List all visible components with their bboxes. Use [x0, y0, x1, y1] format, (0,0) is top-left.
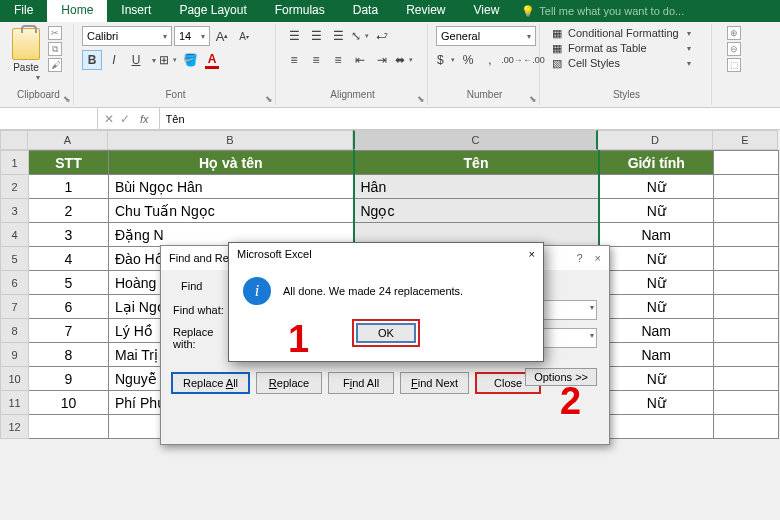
cell[interactable] [599, 415, 714, 439]
cell[interactable]: 7 [29, 319, 109, 343]
tab-file[interactable]: File [0, 0, 47, 22]
find-all-button[interactable]: Find All [328, 372, 394, 394]
increase-indent-button[interactable]: ⇥ [372, 50, 392, 70]
tab-data[interactable]: Data [339, 0, 392, 22]
cell[interactable]: 3 [29, 223, 109, 247]
ok-button[interactable]: OK [356, 323, 416, 343]
find-next-button[interactable]: Find Next [400, 372, 469, 394]
column-header-d[interactable]: D [598, 130, 713, 150]
underline-button[interactable]: U [126, 50, 146, 70]
cell[interactable] [714, 391, 779, 415]
align-middle-button[interactable]: ☰ [306, 26, 326, 46]
cell[interactable] [714, 415, 779, 439]
cell[interactable]: Nữ [599, 367, 714, 391]
name-box[interactable] [0, 108, 98, 129]
cell[interactable]: 10 [29, 391, 109, 415]
cell[interactable] [714, 175, 779, 199]
wrap-text-button[interactable]: ⮐ [372, 26, 392, 46]
tab-review[interactable]: Review [392, 0, 459, 22]
column-header-c[interactable]: C [353, 130, 598, 150]
dialog-launcher-icon[interactable]: ⬊ [63, 94, 71, 104]
column-header-e[interactable]: E [713, 130, 778, 150]
delete-cells-button[interactable]: ⊖ [727, 42, 741, 56]
font-color-button[interactable]: A [202, 50, 222, 70]
cell[interactable]: Nữ [599, 295, 714, 319]
row-header[interactable]: 4 [1, 223, 29, 247]
number-format-select[interactable]: General▾ [436, 26, 536, 46]
font-name-select[interactable]: Calibri▾ [82, 26, 172, 46]
cell[interactable]: Tên [354, 151, 599, 175]
decrease-indent-button[interactable]: ⇤ [350, 50, 370, 70]
cell[interactable] [714, 367, 779, 391]
dialog-launcher-icon[interactable]: ⬊ [417, 94, 425, 104]
align-right-button[interactable]: ≡ [328, 50, 348, 70]
row-header[interactable]: 5 [1, 247, 29, 271]
cell[interactable]: Nữ [599, 175, 714, 199]
copy-button[interactable]: ⧉ [48, 42, 62, 56]
format-as-table-button[interactable]: ▦Format as Table▾ [548, 41, 693, 55]
tab-insert[interactable]: Insert [107, 0, 165, 22]
italic-button[interactable]: I [104, 50, 124, 70]
row-header[interactable]: 12 [1, 415, 29, 439]
cell[interactable] [714, 247, 779, 271]
percent-button[interactable]: % [458, 50, 478, 70]
align-bottom-button[interactable]: ☰ [328, 26, 348, 46]
row-header[interactable]: 3 [1, 199, 29, 223]
cancel-formula-icon[interactable]: ✕ [104, 112, 114, 126]
close-icon[interactable]: × [595, 252, 601, 264]
increase-font-button[interactable]: A▴ [212, 26, 232, 46]
cell[interactable] [714, 271, 779, 295]
borders-button[interactable]: ⊞▾ [158, 50, 178, 70]
align-left-button[interactable]: ≡ [284, 50, 304, 70]
row-header[interactable]: 7 [1, 295, 29, 319]
decrease-decimal-button[interactable]: ←.00 [524, 50, 544, 70]
find-tab[interactable]: Find [173, 278, 210, 294]
align-center-button[interactable]: ≡ [306, 50, 326, 70]
cell[interactable]: Nam [599, 319, 714, 343]
replace-button[interactable]: Replace [256, 372, 322, 394]
cell[interactable]: Họ và tên [109, 151, 354, 175]
tab-formulas[interactable]: Formulas [261, 0, 339, 22]
cell[interactable]: 9 [29, 367, 109, 391]
fx-icon[interactable]: fx [136, 113, 153, 125]
decrease-font-button[interactable]: A▾ [234, 26, 254, 46]
increase-decimal-button[interactable]: .00→ [502, 50, 522, 70]
fill-color-button[interactable]: 🪣 [180, 50, 200, 70]
row-header[interactable]: 8 [1, 319, 29, 343]
row-header[interactable]: 9 [1, 343, 29, 367]
row-header[interactable]: 11 [1, 391, 29, 415]
dialog-launcher-icon[interactable]: ⬊ [529, 94, 537, 104]
cell[interactable]: Nữ [599, 199, 714, 223]
cell[interactable]: 2 [29, 199, 109, 223]
cell[interactable] [714, 151, 779, 175]
column-header-a[interactable]: A [28, 130, 108, 150]
cell[interactable] [714, 223, 779, 247]
align-top-button[interactable]: ☰ [284, 26, 304, 46]
cell[interactable]: Nữ [599, 271, 714, 295]
cell[interactable]: Nữ [599, 391, 714, 415]
cell[interactable]: STT [29, 151, 109, 175]
comma-button[interactable]: , [480, 50, 500, 70]
merge-button[interactable]: ⬌▾ [394, 50, 414, 70]
cell[interactable] [714, 295, 779, 319]
replace-all-button[interactable]: Replace All [171, 372, 250, 394]
cell[interactable]: Giới tính [599, 151, 714, 175]
options-button[interactable]: Options >> [525, 368, 597, 386]
accounting-format-button[interactable]: $▾ [436, 50, 456, 70]
orientation-button[interactable]: ⤡▾ [350, 26, 370, 46]
cell[interactable]: 5 [29, 271, 109, 295]
conditional-formatting-button[interactable]: ▦Conditional Formatting▾ [548, 26, 693, 40]
help-icon[interactable]: ? [576, 252, 582, 264]
column-header-b[interactable]: B [108, 130, 353, 150]
cut-button[interactable]: ✂ [48, 26, 62, 40]
cell[interactable]: 8 [29, 343, 109, 367]
cell[interactable]: 4 [29, 247, 109, 271]
cell[interactable]: Nam [599, 343, 714, 367]
select-all-corner[interactable] [0, 130, 28, 150]
insert-cells-button[interactable]: ⊕ [727, 26, 741, 40]
format-painter-button[interactable]: 🖌 [48, 58, 62, 72]
tab-home[interactable]: Home [47, 0, 107, 22]
row-header[interactable]: 10 [1, 367, 29, 391]
row-header[interactable]: 1 [1, 151, 29, 175]
tab-page-layout[interactable]: Page Layout [165, 0, 260, 22]
